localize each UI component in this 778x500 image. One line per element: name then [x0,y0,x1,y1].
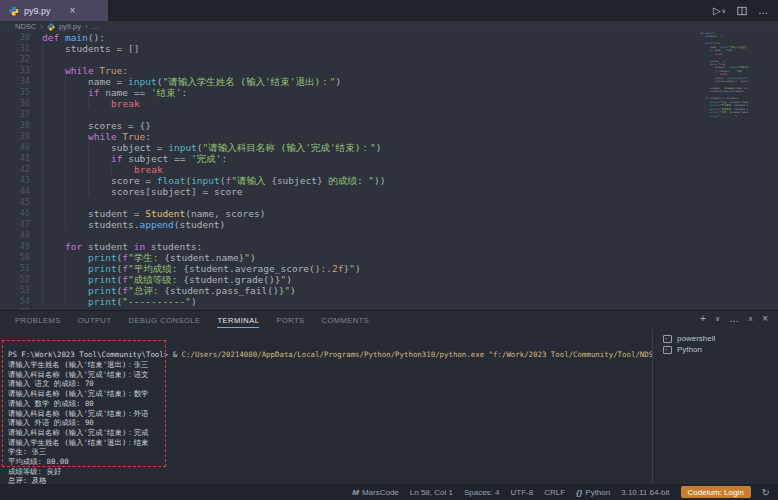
indent-guide [42,142,65,153]
terminal-output[interactable]: PS F:\Work\2023 Tool\Community\Tool> & C… [0,329,652,484]
code-line[interactable]: 48 [0,230,778,241]
indent-guide [65,197,88,208]
code-line[interactable]: 31students = [] [0,43,778,54]
status-item-language-mode[interactable]: {}Python [576,488,610,497]
close-panel-icon[interactable]: × [762,313,768,325]
code-token: float [157,175,186,186]
code-token: "请输入 [231,175,271,186]
split-editor-button[interactable] [737,6,747,16]
new-terminal-icon[interactable]: + [700,313,706,325]
indent-guide [65,76,88,87]
code-line[interactable]: 47students.append(student) [0,219,778,230]
run-dropdown-chevron-icon[interactable]: ∨ [722,6,726,16]
code-line[interactable]: 30def main(): [0,32,778,43]
code-line[interactable]: 43score = float(input(f"请输入 {subject} 的成… [0,175,778,186]
status-item-eol[interactable]: CRLF [544,488,565,497]
code-token: in [134,241,145,252]
code-line[interactable]: 53print(f"总评: {student.pass_fail()}") [0,285,778,296]
breadcrumb-item-symbol[interactable]: … [92,22,100,31]
code-line[interactable]: 52print(f"成绩等级: {student.grade()}") [0,274,778,285]
code-line[interactable]: 46student = Student(name, scores) [0,208,778,219]
code-token: print [88,274,117,285]
terminal-line: 请输入科目名称 (输入'完成'结束)：外语 [8,409,652,419]
run-button[interactable]: ▷ ∨ [713,6,726,16]
code-line[interactable]: 44scores[subject] = score [0,186,778,197]
tab-py9py[interactable]: py9.py × [0,0,108,21]
status-item-sync[interactable]: ↻ [762,487,770,498]
terminal-profile-chevron-icon[interactable]: ∨ [715,313,720,325]
minimap[interactable]: def main():students = []while True:name … [700,32,748,121]
editor-pane[interactable]: 30def main():31students = []3233while Tr… [0,32,778,310]
code-token: score [111,175,145,186]
indent-guide [65,98,88,109]
indent-guide [42,153,65,164]
indent-guide [42,252,65,263]
code-text [42,197,88,208]
code-line[interactable]: 51print(f"平均成绩: {student.average_score()… [0,263,778,274]
close-tab-icon[interactable]: × [70,6,76,16]
more-actions-button[interactable]: … [758,6,768,16]
panel-tab-comments[interactable]: COMMENTS [322,313,370,327]
code-text: name = input("请输入学生姓名 (输入'结束'退出)：") [42,76,341,87]
code-token: True [122,131,145,142]
indent-guide [42,76,65,87]
breadcrumb[interactable]: NDSC › py9.py › … [0,21,778,32]
status-item-python-interpreter[interactable]: 3.10.11 64-bit [621,488,669,497]
code-line[interactable]: 35if name == '结束': [0,87,778,98]
panel-tabs: PROBLEMSOUTPUTDEBUG CONSOLETERMINALPORTS… [0,311,778,329]
code-line[interactable]: 54print("----------") [0,296,778,307]
line-number: 34 [0,76,30,87]
code-line[interactable]: 45 [0,197,778,208]
code-token: 的成绩: " [323,175,374,186]
code-token: for [65,241,82,252]
tab-bar: py9.py × ▷ ∨ … [0,0,778,21]
line-number: 53 [0,285,30,296]
indent-guide [88,98,111,109]
breadcrumb-item-file[interactable]: py9.py [59,22,81,31]
line-number: 44 [0,186,30,197]
code-line[interactable]: 41if subject == '完成': [0,153,778,164]
code-line[interactable]: 34name = input("请输入学生姓名 (输入'结束'退出)：") [0,76,778,87]
indent-guide [65,219,88,230]
code-line[interactable]: 39while True: [0,131,778,142]
editor-actions: ▷ ∨ … [713,0,768,21]
code-line[interactable]: 33while True: [0,65,778,76]
code-line[interactable]: 42break [0,164,778,175]
code-token: "总评: [128,285,164,296]
code-line[interactable]: 37 [0,109,778,120]
code-token: print [88,296,117,307]
status-item-codeium-login[interactable]: Codeium: Login [681,486,751,498]
indent-guide [42,109,65,120]
line-number: 41 [0,153,30,164]
code-token: students [65,43,116,54]
code-line[interactable]: 49for student in students: [0,241,778,252]
code-token: '结束' [151,87,181,98]
breadcrumb-item-folder[interactable]: NDSC [15,22,36,31]
code-line[interactable]: 36break [0,98,778,109]
code-line[interactable]: 32 [0,54,778,65]
line-number: 51 [0,263,30,274]
panel-tab-problems[interactable]: PROBLEMS [15,313,61,327]
panel-tab-ports[interactable]: PORTS [276,313,304,327]
code-token: : [145,131,151,142]
indent-guide [65,274,88,285]
panel-tab-debug-console[interactable]: DEBUG CONSOLE [129,313,201,327]
line-number: 46 [0,208,30,219]
status-item-indentation[interactable]: Spaces: 4 [464,488,500,497]
terminal-list-item-powershell[interactable]: >_powershell [653,333,778,344]
code-line[interactable]: 38scores = {} [0,120,778,131]
panel-tab-terminal[interactable]: TERMINAL [217,313,259,328]
terminal-list-item-python[interactable]: >_Python [653,344,778,355]
status-item-cursor-position[interactable]: Ln 58, Col 1 [410,488,453,497]
code-token: name [99,87,133,98]
status-item-encoding[interactable]: UTF-8 [511,488,534,497]
panel-tab-output[interactable]: OUTPUT [78,313,112,327]
code-text [42,109,88,120]
code-token: while [65,65,99,76]
maximize-panel-icon[interactable]: ∧ [748,313,753,325]
code-line[interactable]: 40subject = input("请输入科目名称 (输入'完成'结束)：") [0,142,778,153]
status-item-marscode[interactable]: MMarsCode [352,488,399,497]
panel-more-icon[interactable]: … [729,313,739,325]
vscode-window: py9.py × ▷ ∨ … NDSC › py9 [0,0,778,500]
code-line[interactable]: 50print(f"学生: {student.name}") [0,252,778,263]
